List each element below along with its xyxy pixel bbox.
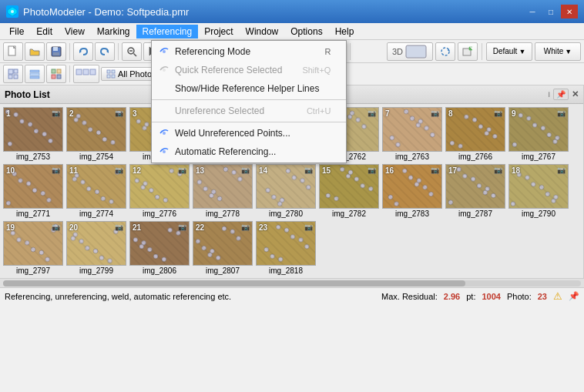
scrollbar-thumb[interactable] xyxy=(3,280,465,286)
photo-number: 18 xyxy=(512,166,520,175)
svg-rect-61 xyxy=(76,69,82,75)
svg-rect-6 xyxy=(53,47,58,51)
tb-new-btn[interactable] xyxy=(3,42,23,61)
maximize-button[interactable]: □ xyxy=(542,5,559,18)
photo-label: img_2763 xyxy=(395,152,429,161)
svg-rect-65 xyxy=(112,70,115,73)
photo-label: img_2787 xyxy=(458,209,492,218)
photo-camera-icon: 📷 xyxy=(115,109,123,117)
dropdown-separator xyxy=(152,99,346,100)
photo-item[interactable]: 17📷img_2787 xyxy=(445,164,505,218)
menu-bar: File Edit View Marking Referencing Proje… xyxy=(0,23,584,40)
svg-rect-55 xyxy=(30,73,39,75)
svg-rect-62 xyxy=(83,69,89,75)
menu-view[interactable]: View xyxy=(59,25,91,39)
panel-gripper[interactable]: ⁞ xyxy=(548,91,550,99)
photo-label: img_2767 xyxy=(522,152,555,161)
tb2-filter-btn[interactable] xyxy=(46,65,66,83)
dropdown-item-label: Unreference Selected xyxy=(175,106,287,116)
photo-label: img_2753 xyxy=(16,152,50,161)
minimize-button[interactable]: ─ xyxy=(524,5,541,18)
photo-item[interactable]: 8📷img_2766 xyxy=(445,107,505,161)
tb-3d-btn[interactable]: 3D xyxy=(387,42,433,61)
close-button[interactable]: ✕ xyxy=(561,5,578,18)
photo-number: 3 xyxy=(133,109,137,118)
tb-save-btn[interactable] xyxy=(46,42,66,61)
dropdown-item-show-hide[interactable]: Show/Hide Reference Helper Lines xyxy=(152,79,346,98)
menu-referencing[interactable]: Referencing xyxy=(136,25,199,39)
photo-item[interactable]: 21📷img_2806 xyxy=(129,221,190,275)
photo-camera-icon: 📷 xyxy=(241,166,250,174)
photo-item[interactable]: 7📷img_2763 xyxy=(382,107,442,161)
menu-help[interactable]: Help xyxy=(329,25,361,39)
photo-item[interactable]: 9📷img_2767 xyxy=(508,107,569,161)
photo-camera-icon: 📷 xyxy=(304,223,313,231)
dropdown-item-unref: Unreference SelectedCtrl+U xyxy=(152,102,346,120)
photo-item[interactable]: 20📷img_2799 xyxy=(66,221,126,275)
photo-item[interactable]: 22📷img_2807 xyxy=(193,221,253,275)
menu-project[interactable]: Project xyxy=(198,25,239,39)
panel-close[interactable]: ✕ xyxy=(572,89,579,99)
photo-number: 15 xyxy=(322,166,331,175)
panel-pin[interactable]: 📌 xyxy=(553,89,569,100)
menu-file[interactable]: File xyxy=(3,25,30,39)
photo-item[interactable]: 2📷img_2754 xyxy=(66,107,126,161)
tb-sep-5 xyxy=(350,43,351,60)
tb2-grid-small-btn[interactable] xyxy=(73,65,99,83)
photo-item[interactable]: 15📷img_2782 xyxy=(319,164,379,218)
photo-item[interactable]: 11📷img_2774 xyxy=(66,164,126,218)
dropdown-item-weld[interactable]: Weld Unreferenced Points... xyxy=(152,124,346,142)
horizontal-scrollbar[interactable] xyxy=(0,278,584,287)
tb2-photolist-btn[interactable] xyxy=(3,65,23,83)
svg-rect-59 xyxy=(52,75,55,79)
dropdown-item-label: Show/Hide Reference Helper Lines xyxy=(175,83,331,94)
svg-rect-57 xyxy=(52,69,55,73)
tb-default-select[interactable]: Default ▼ xyxy=(486,42,532,61)
dropdown-item-ref-mode[interactable]: Referencing ModeR xyxy=(152,42,346,61)
photo-number: 19 xyxy=(6,223,15,232)
tb-undo-btn[interactable] xyxy=(73,42,93,61)
menu-options[interactable]: Options xyxy=(284,25,328,39)
dropdown-item-auto-ref[interactable]: Automatic Referencing... xyxy=(152,142,346,161)
menu-marking[interactable]: Marking xyxy=(91,25,136,39)
svg-point-68 xyxy=(163,50,166,53)
svg-rect-63 xyxy=(90,69,96,75)
photo-label: img_2776 xyxy=(143,209,176,218)
tb-white-select[interactable]: White ▼ xyxy=(535,42,581,61)
svg-rect-53 xyxy=(14,75,18,79)
photo-label: img_2771 xyxy=(16,209,50,218)
status-bar: Referencing, unreferencing, weld, automa… xyxy=(0,287,584,304)
default-label: Default xyxy=(493,47,518,55)
tb-open-btn[interactable] xyxy=(25,42,45,61)
photo-item[interactable]: 16📷img_2783 xyxy=(382,164,442,218)
svg-rect-66 xyxy=(107,75,110,78)
photo-item[interactable]: 10📷img_2771 xyxy=(3,164,63,218)
photo-number: 21 xyxy=(133,223,141,232)
photo-label: img_2766 xyxy=(458,152,492,161)
tb-redo-btn[interactable] xyxy=(95,42,115,61)
dropdown-item-label: Quick Reference Selected xyxy=(175,65,282,75)
tb-zoom-btn[interactable] xyxy=(122,42,142,61)
title-bar-left: PhotoModeler - Demo: Softpedia.pmr xyxy=(6,5,189,18)
dropdown-item-icon xyxy=(158,127,170,139)
photo-camera-icon: 📷 xyxy=(494,166,502,174)
photo-item[interactable]: 12📷img_2776 xyxy=(129,164,190,218)
menu-window[interactable]: Window xyxy=(240,25,285,39)
photo-item[interactable]: 23📷img_2818 xyxy=(256,221,316,275)
svg-rect-60 xyxy=(57,75,61,79)
photo-number: 23 xyxy=(259,223,267,232)
tb-export-btn[interactable] xyxy=(458,42,478,61)
dropdown-item-label: Weld Unreferenced Points... xyxy=(175,128,331,139)
svg-rect-54 xyxy=(30,70,39,72)
photo-item[interactable]: 1📷img_2753 xyxy=(3,107,63,161)
menu-edit[interactable]: Edit xyxy=(30,25,59,39)
photo-number: 13 xyxy=(196,166,204,175)
window-controls: ─ □ ✕ xyxy=(524,5,578,18)
tb2-list-btn[interactable] xyxy=(25,65,45,83)
photo-item[interactable]: 13📷img_2778 xyxy=(193,164,253,218)
tb-rotate-btn[interactable] xyxy=(435,42,455,61)
photo-item[interactable]: 19📷img_2797 xyxy=(3,221,63,275)
photo-item[interactable]: 18📷img_2790 xyxy=(508,164,569,218)
dropdown-item-icon xyxy=(158,105,170,117)
photo-item[interactable]: 14📷img_2780 xyxy=(256,164,316,218)
